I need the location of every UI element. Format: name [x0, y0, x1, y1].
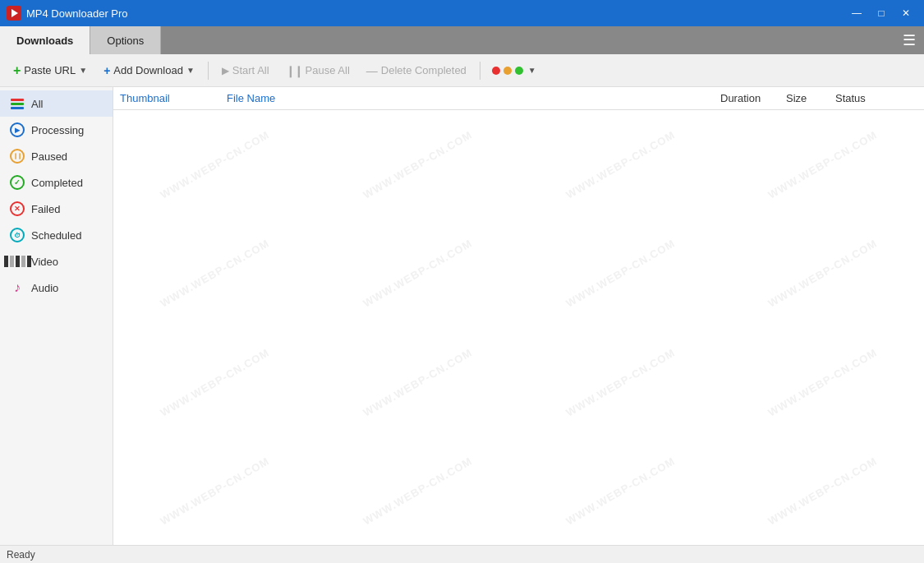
tab-options[interactable]: Options	[90, 26, 161, 54]
watermark-5: WWW.WEBP-CN.COM	[113, 175, 329, 371]
sidebar: All ▶ Processing ❙❙ Paused ✓	[0, 87, 113, 545]
video-icon	[10, 254, 25, 269]
status-text: Ready	[7, 549, 35, 561]
sidebar-item-processing[interactable]: ▶ Processing	[0, 117, 113, 143]
watermark-4: WWW.WEBP-CN.COM	[708, 110, 924, 262]
status-bar: Ready	[0, 545, 924, 563]
watermark-2: WWW.WEBP-CN.COM	[302, 110, 532, 262]
watermark-6: WWW.WEBP-CN.COM	[302, 175, 532, 371]
sidebar-item-all[interactable]: All	[0, 90, 113, 117]
tab-downloads[interactable]: Downloads	[0, 26, 90, 54]
paste-url-dropdown-arrow: ▼	[79, 66, 87, 75]
status-dots-button[interactable]: ▼	[487, 62, 541, 78]
hamburger-menu-button[interactable]: ☰	[894, 26, 924, 54]
table-header: Thumbnail File Name Duration Size Status	[113, 87, 924, 110]
start-all-button[interactable]: ▶ Start All	[215, 61, 276, 80]
scheduled-icon: ⏱	[10, 228, 25, 242]
sidebar-item-completed[interactable]: ✓ Completed	[0, 169, 113, 196]
delete-completed-button[interactable]: — Delete Completed	[360, 61, 473, 81]
watermark-grid: WWW.WEBP-CN.COM WWW.WEBP-CN.COM WWW.WEBP…	[113, 110, 924, 545]
sidebar-item-audio[interactable]: ♪ Audio	[0, 275, 113, 301]
dots-dropdown-arrow: ▼	[528, 66, 536, 75]
column-header-size: Size	[786, 92, 835, 104]
minimize-button[interactable]: —	[845, 4, 868, 22]
sidebar-item-video[interactable]: Video	[0, 248, 113, 275]
toolbar-separator-1	[208, 62, 209, 80]
pause-icon: ❙❙	[286, 64, 302, 77]
watermark-12: WWW.WEBP-CN.COM	[708, 284, 924, 480]
add-download-button[interactable]: + Add Download ▼	[97, 61, 201, 81]
paste-url-button[interactable]: + Paste URL ▼	[7, 60, 94, 81]
sidebar-item-scheduled[interactable]: ⏱ Scheduled	[0, 222, 113, 248]
toolbar-separator-2	[480, 62, 480, 80]
dot-red	[492, 67, 500, 75]
watermark-13: WWW.WEBP-CN.COM	[113, 393, 329, 545]
watermark-7: WWW.WEBP-CN.COM	[505, 175, 735, 371]
title-bar-controls: — □ ✕	[845, 4, 917, 22]
tab-bar-tabs: Downloads Options	[0, 26, 161, 54]
sidebar-item-paused[interactable]: ❙❙ Paused	[0, 143, 113, 169]
watermark-8: WWW.WEBP-CN.COM	[708, 175, 924, 371]
add-icon: +	[103, 64, 110, 77]
dot-green	[515, 67, 523, 75]
watermark-1: WWW.WEBP-CN.COM	[113, 110, 329, 262]
table-body: WWW.WEBP-CN.COM WWW.WEBP-CN.COM WWW.WEBP…	[113, 110, 924, 545]
toolbar: + Paste URL ▼ + Add Download ▼ ▶ Start A…	[0, 54, 924, 87]
watermark-14: WWW.WEBP-CN.COM	[302, 393, 532, 545]
close-button[interactable]: ✕	[894, 4, 917, 22]
app-title: MP4 Downloader Pro	[26, 7, 128, 20]
main-area: All ▶ Processing ❙❙ Paused ✓	[0, 87, 924, 545]
watermark-3: WWW.WEBP-CN.COM	[505, 110, 735, 262]
tab-bar: Downloads Options ☰	[0, 26, 924, 54]
dot-orange	[503, 67, 512, 75]
sidebar-item-failed[interactable]: ✕ Failed	[0, 196, 113, 222]
audio-icon: ♪	[10, 280, 25, 295]
column-header-duration: Duration	[720, 92, 786, 104]
watermark-16: WWW.WEBP-CN.COM	[708, 393, 924, 545]
column-header-filename: File Name	[227, 92, 720, 104]
failed-icon: ✕	[10, 201, 25, 216]
processing-icon: ▶	[10, 122, 25, 137]
column-header-status: Status	[835, 92, 917, 104]
title-bar-left: MP4 Downloader Pro	[7, 6, 128, 21]
paused-icon: ❙❙	[10, 149, 25, 164]
title-bar: MP4 Downloader Pro — □ ✕	[0, 0, 924, 26]
content-area: Thumbnail File Name Duration Size Status…	[113, 87, 924, 545]
delete-icon: —	[366, 64, 378, 77]
column-header-thumbnail: Thumbnail	[120, 92, 227, 104]
all-icon	[10, 96, 25, 111]
completed-icon: ✓	[10, 175, 25, 190]
pause-all-button[interactable]: ❙❙ Pause All	[279, 61, 356, 81]
add-download-dropdown-arrow: ▼	[186, 66, 195, 75]
play-icon: ▶	[222, 65, 229, 76]
watermark-10: WWW.WEBP-CN.COM	[302, 284, 532, 480]
maximize-button[interactable]: □	[870, 4, 893, 22]
watermark-11: WWW.WEBP-CN.COM	[505, 284, 735, 480]
watermark-9: WWW.WEBP-CN.COM	[113, 284, 329, 480]
plus-icon: +	[13, 63, 21, 78]
app-icon	[7, 6, 21, 21]
watermark-15: WWW.WEBP-CN.COM	[505, 393, 735, 545]
